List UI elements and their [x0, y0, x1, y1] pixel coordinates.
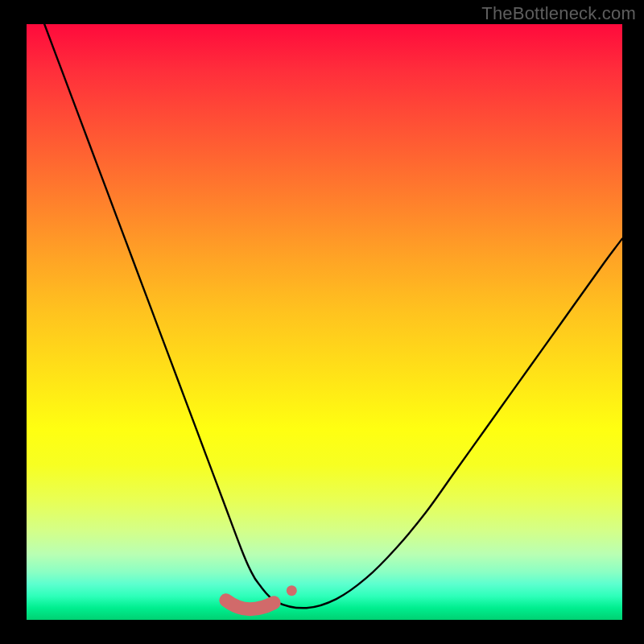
- chart-frame: TheBottleneck.com: [0, 0, 644, 644]
- bottleneck-curve: [44, 24, 622, 608]
- watermark-text: TheBottleneck.com: [481, 3, 636, 24]
- highlight-marker: [287, 585, 297, 596]
- plot-area: [27, 24, 622, 620]
- curve-layer: [27, 24, 622, 620]
- flat-valley-marker: [226, 601, 274, 609]
